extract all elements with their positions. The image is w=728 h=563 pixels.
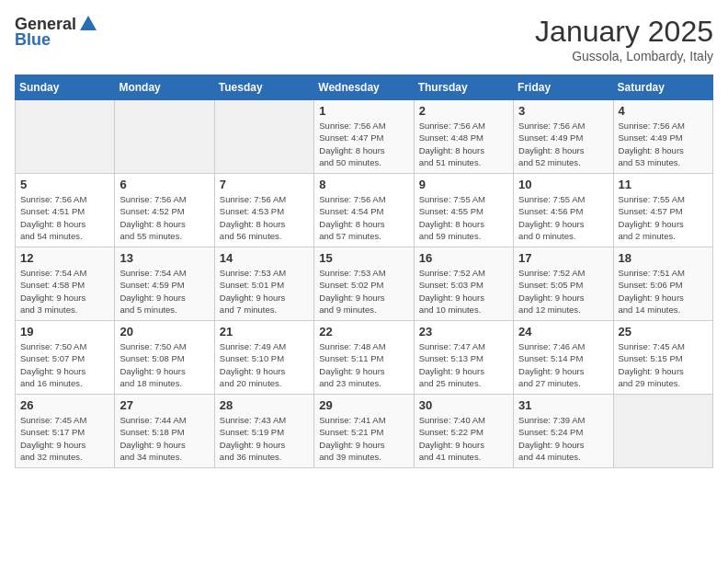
title-block: January 2025 Gussola, Lombardy, Italy	[535, 15, 713, 63]
day-number: 11	[619, 178, 708, 191]
calendar-cell: 3Sunrise: 7:56 AM Sunset: 4:49 PM Daylig…	[514, 100, 613, 174]
day-number: 29	[319, 398, 408, 412]
day-number: 23	[419, 325, 508, 339]
calendar-cell: 12Sunrise: 7:54 AM Sunset: 4:58 PM Dayli…	[16, 247, 115, 321]
day-number: 30	[419, 398, 508, 412]
day-number: 16	[419, 251, 508, 265]
calendar-week-2: 12Sunrise: 7:54 AM Sunset: 4:58 PM Dayli…	[16, 247, 713, 321]
calendar-cell: 14Sunrise: 7:53 AM Sunset: 5:01 PM Dayli…	[214, 247, 313, 321]
calendar-cell: 18Sunrise: 7:51 AM Sunset: 5:06 PM Dayli…	[613, 247, 712, 321]
logo-icon	[78, 14, 98, 34]
day-info: Sunrise: 7:49 AM Sunset: 5:10 PM Dayligh…	[220, 340, 309, 389]
day-info: Sunrise: 7:40 AM Sunset: 5:22 PM Dayligh…	[419, 414, 508, 463]
day-info: Sunrise: 7:56 AM Sunset: 4:53 PM Dayligh…	[220, 193, 309, 242]
day-info: Sunrise: 7:50 AM Sunset: 5:08 PM Dayligh…	[119, 340, 209, 389]
weekday-header-tuesday: Tuesday	[214, 75, 313, 100]
day-info: Sunrise: 7:55 AM Sunset: 4:57 PM Dayligh…	[619, 193, 708, 242]
weekday-header-row: SundayMondayTuesdayWednesdayThursdayFrid…	[16, 75, 713, 100]
calendar-cell	[115, 100, 214, 174]
day-info: Sunrise: 7:56 AM Sunset: 4:49 PM Dayligh…	[518, 120, 608, 168]
day-number: 7	[220, 178, 309, 191]
weekday-header-wednesday: Wednesday	[314, 75, 414, 100]
day-info: Sunrise: 7:45 AM Sunset: 5:15 PM Dayligh…	[619, 340, 708, 389]
day-number: 28	[220, 398, 309, 412]
day-number: 18	[619, 251, 708, 265]
day-number: 3	[518, 104, 608, 118]
calendar-cell	[16, 100, 115, 174]
day-info: Sunrise: 7:53 AM Sunset: 5:01 PM Dayligh…	[220, 267, 309, 316]
day-number: 27	[119, 398, 209, 412]
logo: General Blue	[15, 15, 98, 50]
day-info: Sunrise: 7:56 AM Sunset: 4:47 PM Dayligh…	[319, 120, 408, 168]
calendar-week-4: 26Sunrise: 7:45 AM Sunset: 5:17 PM Dayli…	[16, 395, 713, 468]
day-info: Sunrise: 7:56 AM Sunset: 4:48 PM Dayligh…	[419, 120, 508, 168]
calendar-cell: 9Sunrise: 7:55 AM Sunset: 4:55 PM Daylig…	[414, 174, 513, 247]
calendar-table: SundayMondayTuesdayWednesdayThursdayFrid…	[15, 75, 713, 468]
calendar-cell: 16Sunrise: 7:52 AM Sunset: 5:03 PM Dayli…	[414, 247, 513, 321]
day-info: Sunrise: 7:46 AM Sunset: 5:14 PM Dayligh…	[518, 340, 608, 389]
day-number: 24	[518, 325, 608, 339]
calendar-cell: 19Sunrise: 7:50 AM Sunset: 5:07 PM Dayli…	[16, 321, 115, 395]
day-number: 22	[319, 325, 408, 339]
calendar-cell: 4Sunrise: 7:56 AM Sunset: 4:49 PM Daylig…	[613, 100, 712, 174]
calendar-cell: 1Sunrise: 7:56 AM Sunset: 4:47 PM Daylig…	[314, 100, 414, 174]
calendar-cell: 15Sunrise: 7:53 AM Sunset: 5:02 PM Dayli…	[314, 247, 414, 321]
day-number: 21	[220, 325, 309, 339]
calendar-cell: 8Sunrise: 7:56 AM Sunset: 4:54 PM Daylig…	[314, 174, 414, 247]
day-info: Sunrise: 7:53 AM Sunset: 5:02 PM Dayligh…	[319, 267, 408, 316]
day-number: 12	[20, 251, 109, 265]
day-info: Sunrise: 7:51 AM Sunset: 5:06 PM Dayligh…	[619, 267, 708, 316]
day-number: 5	[20, 178, 109, 191]
calendar-cell: 10Sunrise: 7:55 AM Sunset: 4:56 PM Dayli…	[514, 174, 613, 247]
calendar-cell	[214, 100, 313, 174]
page-header: General Blue January 2025 Gussola, Lomba…	[15, 15, 713, 63]
day-number: 19	[20, 325, 109, 339]
day-info: Sunrise: 7:48 AM Sunset: 5:11 PM Dayligh…	[319, 340, 408, 389]
day-info: Sunrise: 7:54 AM Sunset: 4:58 PM Dayligh…	[20, 267, 109, 316]
calendar-cell: 24Sunrise: 7:46 AM Sunset: 5:14 PM Dayli…	[514, 321, 613, 395]
calendar-cell: 27Sunrise: 7:44 AM Sunset: 5:18 PM Dayli…	[115, 395, 214, 468]
day-info: Sunrise: 7:56 AM Sunset: 4:52 PM Dayligh…	[119, 193, 209, 242]
day-info: Sunrise: 7:52 AM Sunset: 5:05 PM Dayligh…	[518, 267, 608, 316]
day-info: Sunrise: 7:54 AM Sunset: 4:59 PM Dayligh…	[119, 267, 209, 316]
day-info: Sunrise: 7:39 AM Sunset: 5:24 PM Dayligh…	[518, 414, 608, 463]
day-info: Sunrise: 7:56 AM Sunset: 4:49 PM Dayligh…	[619, 120, 708, 168]
day-info: Sunrise: 7:43 AM Sunset: 5:19 PM Dayligh…	[220, 414, 309, 463]
calendar-cell: 21Sunrise: 7:49 AM Sunset: 5:10 PM Dayli…	[214, 321, 313, 395]
calendar-cell: 28Sunrise: 7:43 AM Sunset: 5:19 PM Dayli…	[214, 395, 313, 468]
location-subtitle: Gussola, Lombardy, Italy	[535, 49, 713, 63]
calendar-cell: 2Sunrise: 7:56 AM Sunset: 4:48 PM Daylig…	[414, 100, 513, 174]
calendar-cell: 29Sunrise: 7:41 AM Sunset: 5:21 PM Dayli…	[314, 395, 414, 468]
calendar-cell: 11Sunrise: 7:55 AM Sunset: 4:57 PM Dayli…	[613, 174, 712, 247]
day-number: 17	[518, 251, 608, 265]
day-number: 26	[20, 398, 109, 412]
day-info: Sunrise: 7:41 AM Sunset: 5:21 PM Dayligh…	[319, 414, 408, 463]
day-number: 13	[119, 251, 209, 265]
calendar-cell: 26Sunrise: 7:45 AM Sunset: 5:17 PM Dayli…	[16, 395, 115, 468]
calendar-cell: 5Sunrise: 7:56 AM Sunset: 4:51 PM Daylig…	[16, 174, 115, 247]
svg-marker-0	[80, 16, 97, 30]
calendar-cell: 17Sunrise: 7:52 AM Sunset: 5:05 PM Dayli…	[514, 247, 613, 321]
day-number: 25	[619, 325, 708, 339]
day-info: Sunrise: 7:55 AM Sunset: 4:56 PM Dayligh…	[518, 193, 608, 242]
weekday-header-thursday: Thursday	[414, 75, 513, 100]
calendar-week-3: 19Sunrise: 7:50 AM Sunset: 5:07 PM Dayli…	[16, 321, 713, 395]
day-info: Sunrise: 7:56 AM Sunset: 4:54 PM Dayligh…	[319, 193, 408, 242]
weekday-header-monday: Monday	[115, 75, 214, 100]
calendar-cell: 20Sunrise: 7:50 AM Sunset: 5:08 PM Dayli…	[115, 321, 214, 395]
day-number: 31	[518, 398, 608, 412]
day-info: Sunrise: 7:47 AM Sunset: 5:13 PM Dayligh…	[419, 340, 508, 389]
day-info: Sunrise: 7:56 AM Sunset: 4:51 PM Dayligh…	[20, 193, 109, 242]
day-number: 2	[419, 104, 508, 118]
weekday-header-saturday: Saturday	[613, 75, 712, 100]
day-info: Sunrise: 7:55 AM Sunset: 4:55 PM Dayligh…	[419, 193, 508, 242]
calendar-cell: 13Sunrise: 7:54 AM Sunset: 4:59 PM Dayli…	[115, 247, 214, 321]
calendar-cell: 6Sunrise: 7:56 AM Sunset: 4:52 PM Daylig…	[115, 174, 214, 247]
calendar-cell: 31Sunrise: 7:39 AM Sunset: 5:24 PM Dayli…	[514, 395, 613, 468]
calendar-cell: 23Sunrise: 7:47 AM Sunset: 5:13 PM Dayli…	[414, 321, 513, 395]
logo-blue-text: Blue	[15, 30, 51, 50]
day-number: 4	[619, 104, 708, 118]
day-number: 20	[119, 325, 209, 339]
day-info: Sunrise: 7:50 AM Sunset: 5:07 PM Dayligh…	[20, 340, 109, 389]
calendar-week-1: 5Sunrise: 7:56 AM Sunset: 4:51 PM Daylig…	[16, 174, 713, 247]
